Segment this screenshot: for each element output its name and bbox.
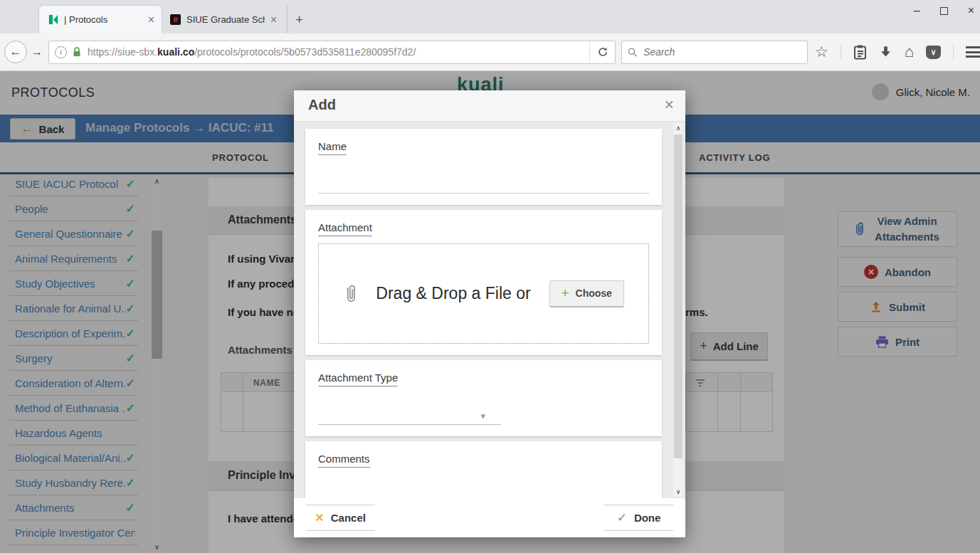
downloads-icon[interactable] bbox=[879, 46, 892, 59]
url-bar[interactable]: i https://siue-sbx.kuali.co/protocols/pr… bbox=[48, 41, 616, 64]
search-icon bbox=[628, 47, 638, 58]
maximize-button[interactable] bbox=[940, 7, 948, 15]
dialog-title: Add bbox=[308, 97, 336, 113]
dialog-footer: × Cancel ✓ Done bbox=[294, 498, 685, 537]
dropzone-text: Drag & Drop a File or bbox=[376, 284, 530, 303]
browser-tab-protocols[interactable]: | Protocols × bbox=[39, 6, 162, 33]
comments-label: Comments bbox=[318, 453, 370, 468]
tab-close-icon[interactable]: × bbox=[148, 14, 154, 26]
kuali-favicon bbox=[48, 14, 58, 25]
tab-title[interactable]: | Protocols bbox=[64, 14, 142, 25]
attachment-type-card: Attachment Type ▾ bbox=[305, 360, 662, 436]
close-window-button[interactable]: × bbox=[968, 4, 974, 17]
bookmark-star-icon[interactable]: ☆ bbox=[815, 43, 828, 60]
browser-forward-button[interactable]: → bbox=[28, 46, 46, 58]
browser-titlebar: | Protocols × e SIUE Graduate School - F… bbox=[0, 0, 980, 33]
attachment-label: Attachment bbox=[318, 221, 372, 236]
choose-file-button[interactable]: + Choose bbox=[549, 280, 624, 307]
browser-toolbar: ← → i https://siue-sbx.kuali.co/protocol… bbox=[0, 33, 980, 71]
toolbar-icons: ☆ ⌂ ∨ bbox=[815, 43, 980, 61]
reload-icon bbox=[597, 46, 608, 58]
dialog-body: Name Attachment Drag & Drop a File or + … bbox=[294, 122, 685, 498]
done-button[interactable]: ✓ Done bbox=[604, 505, 673, 531]
toolbar-divider bbox=[953, 44, 954, 60]
paperclip-icon bbox=[343, 283, 357, 305]
dialog-header: Add × bbox=[294, 90, 685, 122]
file-dropzone[interactable]: Drag & Drop a File or + Choose bbox=[318, 243, 649, 344]
name-input[interactable] bbox=[318, 174, 649, 194]
browser-back-button[interactable]: ← bbox=[4, 41, 27, 63]
cancel-label: Cancel bbox=[331, 512, 366, 524]
nav-buttons: ← → bbox=[4, 41, 46, 63]
dialog-scrollbar[interactable]: ∧ ∨ bbox=[673, 123, 683, 497]
attachment-type-label: Attachment Type bbox=[318, 372, 398, 386]
scroll-up-icon[interactable]: ∧ bbox=[673, 125, 683, 132]
attachment-field-card: Attachment Drag & Drop a File or + Choos… bbox=[305, 210, 662, 355]
screen: | Protocols × e SIUE Graduate School - F… bbox=[0, 0, 980, 553]
minimize-button[interactable]: – bbox=[914, 4, 920, 17]
pocket-icon[interactable]: ∨ bbox=[926, 46, 941, 59]
comments-card: Comments ∧ MORE bbox=[305, 441, 662, 498]
https-lock-icon bbox=[72, 46, 82, 58]
browser-tabs: | Protocols × e SIUE Graduate School - F… bbox=[39, 6, 311, 33]
tab-title[interactable]: SIUE Graduate School - Fu... bbox=[186, 14, 265, 25]
done-label: Done bbox=[634, 512, 661, 524]
dialog-close-icon[interactable]: × bbox=[665, 95, 674, 115]
chevron-down-icon: ▾ bbox=[480, 411, 485, 421]
scroll-down-icon[interactable]: ∨ bbox=[673, 488, 683, 495]
browser-tab-siue[interactable]: e SIUE Graduate School - Fu... × bbox=[162, 6, 284, 33]
add-attachment-dialog: Add × Name Attachment Drag & Drop a File… bbox=[294, 90, 685, 537]
new-tab-button[interactable]: + bbox=[287, 6, 311, 33]
scrollbar-thumb[interactable] bbox=[674, 135, 683, 458]
home-icon[interactable]: ⌂ bbox=[905, 43, 914, 61]
name-label: Name bbox=[318, 140, 347, 155]
menu-icon[interactable] bbox=[966, 46, 980, 58]
window-controls: – × bbox=[914, 4, 974, 17]
choose-label: Choose bbox=[576, 288, 612, 299]
name-field-card: Name bbox=[305, 129, 662, 205]
toolbar-divider bbox=[841, 44, 841, 60]
search-input[interactable] bbox=[643, 46, 801, 58]
bookmarks-clipboard-icon[interactable] bbox=[853, 45, 867, 60]
done-check-icon: ✓ bbox=[617, 510, 627, 525]
site-info-icon[interactable]: i bbox=[55, 46, 67, 58]
cancel-button[interactable]: × Cancel bbox=[306, 505, 375, 531]
url-text[interactable]: https://siue-sbx.kuali.co/protocols/prot… bbox=[88, 46, 589, 58]
reload-button[interactable] bbox=[589, 41, 615, 63]
cancel-x-icon: × bbox=[315, 510, 324, 526]
plus-icon: + bbox=[561, 285, 569, 301]
search-box[interactable] bbox=[621, 41, 808, 64]
siue-favicon: e bbox=[170, 14, 181, 25]
tab-close-icon[interactable]: × bbox=[270, 14, 277, 26]
attachment-type-select[interactable]: ▾ bbox=[318, 408, 501, 425]
